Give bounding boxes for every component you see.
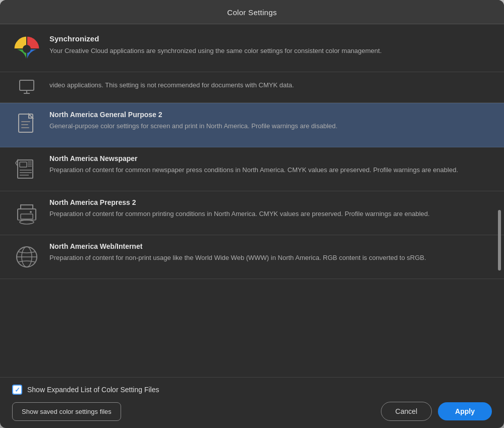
color-wheel-icon xyxy=(12,34,41,64)
partial-text: video applications. This setting is not … xyxy=(49,78,294,90)
list-item-general-purpose-title: North America General Purpose 2 xyxy=(49,111,338,119)
svg-point-24 xyxy=(20,220,34,224)
globe-icon xyxy=(12,242,41,272)
list-item-newspaper-desc: Preparation of content for common newspa… xyxy=(49,165,458,175)
list-item-web-title: North America Web/Internet xyxy=(49,242,426,250)
sync-section: Synchronized Your Creative Cloud applica… xyxy=(0,24,504,72)
newspaper-icon xyxy=(12,154,41,184)
title-bar: Color Settings xyxy=(0,0,504,24)
apply-button[interactable]: Apply xyxy=(438,402,492,420)
svg-rect-10 xyxy=(21,124,28,125)
scrollbar[interactable] xyxy=(498,210,501,271)
list-item-newspaper-text: North America Newspaper Preparation of c… xyxy=(49,154,458,175)
button-row: Show saved color settings files Cancel A… xyxy=(12,402,492,421)
svg-rect-21 xyxy=(21,214,33,219)
checkbox-row: ✓ Show Expanded List of Color Setting Fi… xyxy=(12,385,492,395)
list-item-general-purpose-text: North America General Purpose 2 General-… xyxy=(49,111,338,131)
cancel-button[interactable]: Cancel xyxy=(381,402,432,421)
svg-rect-13 xyxy=(20,162,27,167)
sync-heading: Synchronized xyxy=(49,34,382,43)
list-item-web-text: North America Web/Internet Preparation o… xyxy=(49,242,426,263)
footer: ✓ Show Expanded List of Color Setting Fi… xyxy=(0,377,504,428)
list-item-prepress[interactable]: North America Prepress 2 Preparation of … xyxy=(0,191,504,235)
svg-rect-11 xyxy=(21,127,29,128)
list-item-general-purpose[interactable]: North America General Purpose 2 General-… xyxy=(0,103,504,147)
list-container: North America General Purpose 2 General-… xyxy=(0,103,504,377)
expand-list-checkbox[interactable]: ✓ xyxy=(12,385,22,395)
color-settings-dialog: Color Settings xyxy=(0,0,504,428)
sync-description: Your Creative Cloud applications are syn… xyxy=(49,46,382,56)
document-icon xyxy=(12,111,41,140)
partial-section: video applications. This setting is not … xyxy=(0,72,504,103)
list-item-newspaper-title: North America Newspaper xyxy=(49,154,458,163)
list-item-general-purpose-desc: General-purpose color settings for scree… xyxy=(49,121,338,131)
svg-rect-5 xyxy=(20,80,34,90)
svg-rect-9 xyxy=(21,121,30,122)
sync-text: Synchronized Your Creative Cloud applica… xyxy=(49,34,382,56)
svg-point-22 xyxy=(30,211,32,213)
list-item-prepress-desc: Preparation of content for common printi… xyxy=(49,209,430,219)
list-item-prepress-text: North America Prepress 2 Preparation of … xyxy=(49,198,430,219)
checkbox-check-mark: ✓ xyxy=(15,386,20,394)
print-icon xyxy=(12,198,41,228)
checkbox-label: Show Expanded List of Color Setting File… xyxy=(27,386,159,394)
list-item-newspaper[interactable]: North America Newspaper Preparation of c… xyxy=(0,147,504,191)
monitor-icon xyxy=(12,78,41,96)
list-item-web-desc: Preparation of content for non-print usa… xyxy=(49,253,426,263)
svg-rect-8 xyxy=(19,114,33,132)
list-item-web[interactable]: North America Web/Internet Preparation o… xyxy=(0,235,504,279)
list-item-prepress-title: North America Prepress 2 xyxy=(49,198,430,206)
dialog-title: Color Settings xyxy=(10,8,494,17)
action-buttons: Cancel Apply xyxy=(381,402,492,421)
show-saved-button[interactable]: Show saved color settings files xyxy=(12,402,121,421)
